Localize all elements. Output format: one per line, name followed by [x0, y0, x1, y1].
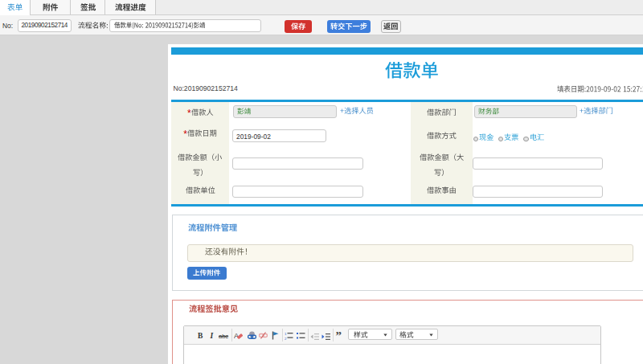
svg-text:1: 1	[285, 332, 287, 336]
svg-text:A: A	[234, 332, 239, 340]
svg-text:2: 2	[285, 337, 287, 341]
